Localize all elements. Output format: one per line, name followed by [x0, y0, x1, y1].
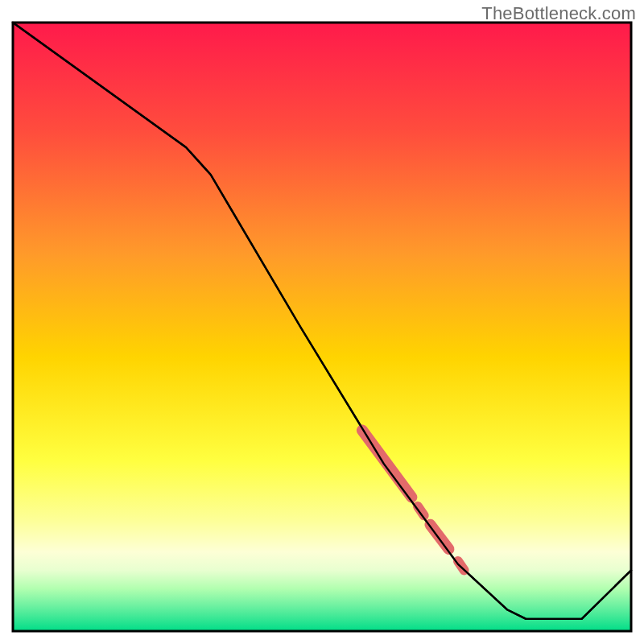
plot-group: [13, 23, 631, 631]
chart-container: TheBottleneck.com: [0, 0, 644, 644]
watermark-text: TheBottleneck.com: [481, 3, 636, 24]
chart-svg: [0, 0, 644, 644]
svg-rect-0: [13, 23, 631, 631]
